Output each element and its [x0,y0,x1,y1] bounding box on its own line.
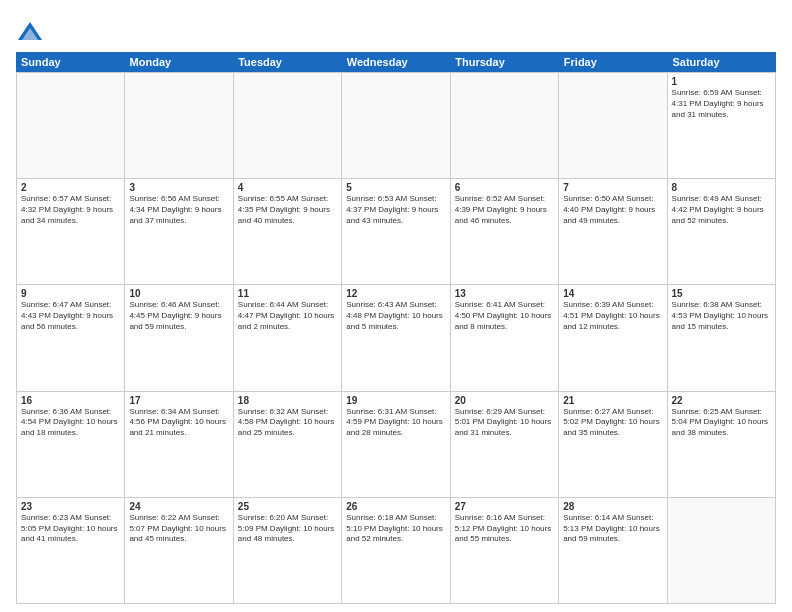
calendar-cell [342,73,450,179]
calendar-cell [17,73,125,179]
header [16,16,776,48]
day-info: Sunrise: 6:32 AM Sunset: 4:58 PM Dayligh… [238,407,337,439]
day-number: 8 [672,182,771,193]
calendar-body: 1Sunrise: 6:59 AM Sunset: 4:31 PM Daylig… [16,72,776,604]
calendar-cell [451,73,559,179]
calendar-cell: 8Sunrise: 6:49 AM Sunset: 4:42 PM Daylig… [668,179,776,285]
day-info: Sunrise: 6:55 AM Sunset: 4:35 PM Dayligh… [238,194,337,226]
day-number: 19 [346,395,445,406]
header-day-wednesday: Wednesday [342,52,451,72]
day-info: Sunrise: 6:31 AM Sunset: 4:59 PM Dayligh… [346,407,445,439]
calendar-cell: 20Sunrise: 6:29 AM Sunset: 5:01 PM Dayli… [451,392,559,498]
day-info: Sunrise: 6:29 AM Sunset: 5:01 PM Dayligh… [455,407,554,439]
day-number: 22 [672,395,771,406]
logo [16,20,48,48]
day-number: 21 [563,395,662,406]
calendar-cell: 17Sunrise: 6:34 AM Sunset: 4:56 PM Dayli… [125,392,233,498]
header-day-thursday: Thursday [450,52,559,72]
day-number: 5 [346,182,445,193]
day-info: Sunrise: 6:57 AM Sunset: 4:32 PM Dayligh… [21,194,120,226]
header-day-saturday: Saturday [667,52,776,72]
calendar-cell: 18Sunrise: 6:32 AM Sunset: 4:58 PM Dayli… [234,392,342,498]
day-info: Sunrise: 6:14 AM Sunset: 5:13 PM Dayligh… [563,513,662,545]
calendar-cell: 4Sunrise: 6:55 AM Sunset: 4:35 PM Daylig… [234,179,342,285]
day-number: 20 [455,395,554,406]
calendar-cell: 14Sunrise: 6:39 AM Sunset: 4:51 PM Dayli… [559,285,667,391]
day-info: Sunrise: 6:46 AM Sunset: 4:45 PM Dayligh… [129,300,228,332]
calendar-cell [234,73,342,179]
calendar-row-5: 23Sunrise: 6:23 AM Sunset: 5:05 PM Dayli… [17,498,776,604]
day-info: Sunrise: 6:59 AM Sunset: 4:31 PM Dayligh… [672,88,771,120]
calendar-cell: 16Sunrise: 6:36 AM Sunset: 4:54 PM Dayli… [17,392,125,498]
header-day-monday: Monday [125,52,234,72]
day-number: 23 [21,501,120,512]
calendar-row-3: 9Sunrise: 6:47 AM Sunset: 4:43 PM Daylig… [17,285,776,391]
day-number: 6 [455,182,554,193]
logo-icon [16,20,44,48]
calendar-header: SundayMondayTuesdayWednesdayThursdayFrid… [16,52,776,72]
day-number: 28 [563,501,662,512]
calendar-cell: 28Sunrise: 6:14 AM Sunset: 5:13 PM Dayli… [559,498,667,604]
day-info: Sunrise: 6:52 AM Sunset: 4:39 PM Dayligh… [455,194,554,226]
calendar-cell: 7Sunrise: 6:50 AM Sunset: 4:40 PM Daylig… [559,179,667,285]
day-info: Sunrise: 6:39 AM Sunset: 4:51 PM Dayligh… [563,300,662,332]
calendar-cell: 24Sunrise: 6:22 AM Sunset: 5:07 PM Dayli… [125,498,233,604]
calendar-cell: 26Sunrise: 6:18 AM Sunset: 5:10 PM Dayli… [342,498,450,604]
day-info: Sunrise: 6:27 AM Sunset: 5:02 PM Dayligh… [563,407,662,439]
day-number: 7 [563,182,662,193]
day-info: Sunrise: 6:22 AM Sunset: 5:07 PM Dayligh… [129,513,228,545]
calendar-cell: 25Sunrise: 6:20 AM Sunset: 5:09 PM Dayli… [234,498,342,604]
calendar-cell: 23Sunrise: 6:23 AM Sunset: 5:05 PM Dayli… [17,498,125,604]
day-number: 2 [21,182,120,193]
calendar-cell: 3Sunrise: 6:56 AM Sunset: 4:34 PM Daylig… [125,179,233,285]
day-number: 25 [238,501,337,512]
day-info: Sunrise: 6:36 AM Sunset: 4:54 PM Dayligh… [21,407,120,439]
calendar-cell [125,73,233,179]
day-number: 16 [21,395,120,406]
calendar-cell: 21Sunrise: 6:27 AM Sunset: 5:02 PM Dayli… [559,392,667,498]
day-info: Sunrise: 6:18 AM Sunset: 5:10 PM Dayligh… [346,513,445,545]
day-number: 24 [129,501,228,512]
day-number: 3 [129,182,228,193]
day-info: Sunrise: 6:25 AM Sunset: 5:04 PM Dayligh… [672,407,771,439]
day-info: Sunrise: 6:56 AM Sunset: 4:34 PM Dayligh… [129,194,228,226]
day-number: 10 [129,288,228,299]
calendar-cell: 6Sunrise: 6:52 AM Sunset: 4:39 PM Daylig… [451,179,559,285]
day-number: 27 [455,501,554,512]
calendar-cell: 27Sunrise: 6:16 AM Sunset: 5:12 PM Dayli… [451,498,559,604]
day-info: Sunrise: 6:43 AM Sunset: 4:48 PM Dayligh… [346,300,445,332]
day-info: Sunrise: 6:38 AM Sunset: 4:53 PM Dayligh… [672,300,771,332]
day-info: Sunrise: 6:49 AM Sunset: 4:42 PM Dayligh… [672,194,771,226]
calendar-row-2: 2Sunrise: 6:57 AM Sunset: 4:32 PM Daylig… [17,179,776,285]
calendar-cell [559,73,667,179]
calendar-cell: 2Sunrise: 6:57 AM Sunset: 4:32 PM Daylig… [17,179,125,285]
header-day-sunday: Sunday [16,52,125,72]
calendar-cell: 11Sunrise: 6:44 AM Sunset: 4:47 PM Dayli… [234,285,342,391]
day-info: Sunrise: 6:20 AM Sunset: 5:09 PM Dayligh… [238,513,337,545]
day-number: 4 [238,182,337,193]
day-info: Sunrise: 6:23 AM Sunset: 5:05 PM Dayligh… [21,513,120,545]
day-info: Sunrise: 6:50 AM Sunset: 4:40 PM Dayligh… [563,194,662,226]
calendar-cell [668,498,776,604]
header-day-friday: Friday [559,52,668,72]
day-info: Sunrise: 6:16 AM Sunset: 5:12 PM Dayligh… [455,513,554,545]
day-number: 1 [672,76,771,87]
day-number: 18 [238,395,337,406]
calendar-cell: 1Sunrise: 6:59 AM Sunset: 4:31 PM Daylig… [668,73,776,179]
calendar: SundayMondayTuesdayWednesdayThursdayFrid… [16,52,776,604]
header-day-tuesday: Tuesday [233,52,342,72]
calendar-row-1: 1Sunrise: 6:59 AM Sunset: 4:31 PM Daylig… [17,73,776,179]
day-number: 12 [346,288,445,299]
day-number: 14 [563,288,662,299]
day-info: Sunrise: 6:44 AM Sunset: 4:47 PM Dayligh… [238,300,337,332]
day-number: 15 [672,288,771,299]
day-number: 17 [129,395,228,406]
calendar-cell: 19Sunrise: 6:31 AM Sunset: 4:59 PM Dayli… [342,392,450,498]
day-number: 11 [238,288,337,299]
day-info: Sunrise: 6:34 AM Sunset: 4:56 PM Dayligh… [129,407,228,439]
day-info: Sunrise: 6:47 AM Sunset: 4:43 PM Dayligh… [21,300,120,332]
calendar-cell: 5Sunrise: 6:53 AM Sunset: 4:37 PM Daylig… [342,179,450,285]
calendar-cell: 13Sunrise: 6:41 AM Sunset: 4:50 PM Dayli… [451,285,559,391]
day-info: Sunrise: 6:41 AM Sunset: 4:50 PM Dayligh… [455,300,554,332]
calendar-cell: 9Sunrise: 6:47 AM Sunset: 4:43 PM Daylig… [17,285,125,391]
